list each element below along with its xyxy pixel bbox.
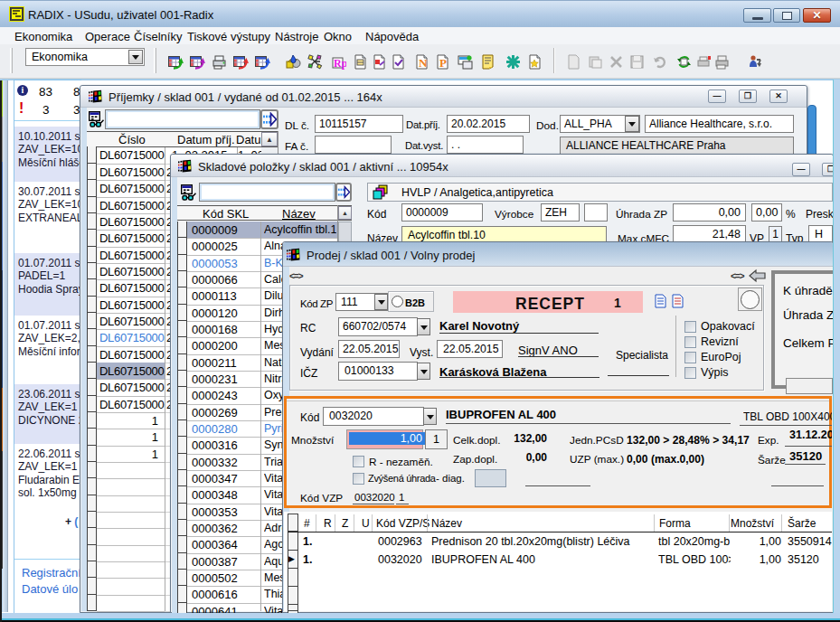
svg-text:P: P (439, 56, 447, 70)
svg-text:Rp: Rp (334, 57, 346, 70)
svg-text:N: N (419, 56, 428, 70)
